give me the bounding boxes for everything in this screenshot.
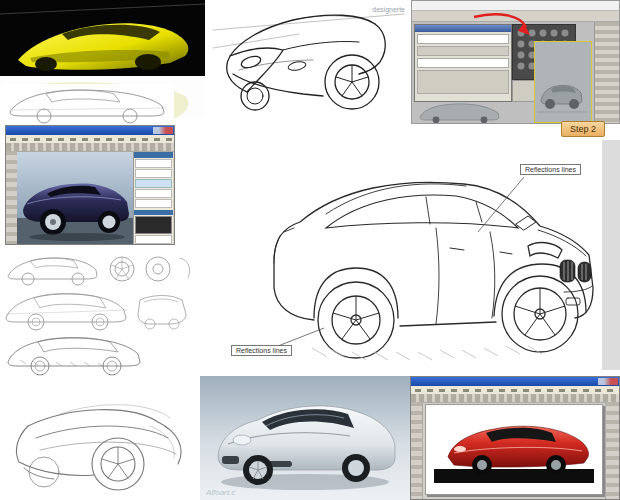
hatchback-ink-sketch xyxy=(209,4,408,118)
max-menu-bar xyxy=(412,1,619,11)
reflections-label-top: Reflections lines xyxy=(520,164,581,175)
window-buttons-icon xyxy=(153,127,173,134)
viewport-car-small xyxy=(416,101,508,123)
ps-layers-panel xyxy=(133,152,173,244)
max-active-viewport xyxy=(534,41,592,123)
tile-ink-hatchback-sketch: designerte xyxy=(209,4,408,118)
ps2-panel-strip xyxy=(605,402,619,499)
tile-pencil-studies xyxy=(0,248,196,376)
designer-watermark: designerte xyxy=(372,6,405,13)
ps2-canvas xyxy=(425,404,603,495)
sports-coupe-pencil-sketch xyxy=(0,378,198,500)
tile-pencil-sideview-top xyxy=(2,84,174,124)
alfoart-watermark: Alfoart.c xyxy=(206,488,235,497)
tile-3dsmax-screenshot xyxy=(411,0,620,124)
ps-canvas xyxy=(17,152,133,244)
max-command-panel xyxy=(594,22,619,123)
purple-muscle-car-render xyxy=(17,152,133,244)
ps2-menu-bar xyxy=(411,386,619,394)
tile-photoshop-red-car xyxy=(410,376,620,500)
viewport-car-model xyxy=(535,42,589,120)
pencil-study-sketches xyxy=(0,248,196,376)
silver-coupe-render xyxy=(200,376,410,500)
page-edge-strip xyxy=(602,140,620,370)
callout-leader-bottom xyxy=(278,328,324,346)
tile-silver-coupe-render: Alfoart.c xyxy=(200,376,410,500)
ps2-title-bar xyxy=(411,377,619,386)
red-car-render xyxy=(426,405,602,495)
ps-title-bar xyxy=(6,126,174,135)
red-arrow-icon xyxy=(468,11,538,41)
ps-options-bar xyxy=(6,143,174,152)
ps-menu-bar xyxy=(6,135,174,143)
tile-photoshop-purple-car xyxy=(5,125,175,245)
pencil-sideview-sketch xyxy=(2,84,174,124)
collage-root: designerte xyxy=(0,0,620,500)
window-buttons-icon xyxy=(598,378,618,385)
ps2-options-bar xyxy=(411,394,619,403)
step-badge: Step 2 xyxy=(561,121,605,137)
ps2-toolbox xyxy=(411,402,423,499)
tile-sports-coupe-sketch xyxy=(0,378,198,500)
reflections-label-bottom: Reflections lines xyxy=(231,345,292,356)
